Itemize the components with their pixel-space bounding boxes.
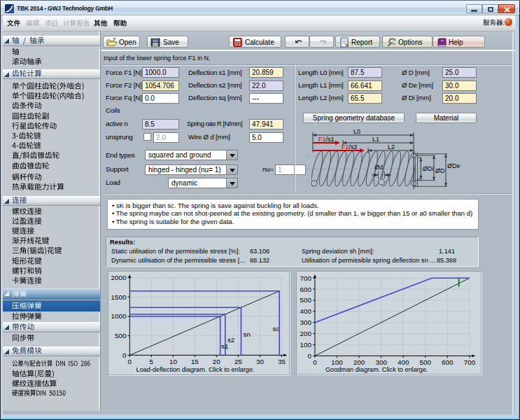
svg-text:400: 400 bbox=[300, 307, 312, 315]
svg-text:Load-deflection diagram. Click: Load-deflection diagram. Click to enlarg… bbox=[136, 366, 255, 373]
svg-text:600: 600 bbox=[442, 358, 454, 366]
svg-text:25: 25 bbox=[234, 358, 242, 365]
svg-text:500: 500 bbox=[115, 332, 127, 340]
svg-text:0: 0 bbox=[128, 358, 132, 365]
svg-text:s2: s2 bbox=[227, 336, 234, 344]
svg-text:30: 30 bbox=[256, 358, 264, 365]
svg-text:15: 15 bbox=[191, 358, 199, 365]
svg-text:100: 100 bbox=[300, 341, 312, 349]
svg-text:35: 35 bbox=[278, 358, 286, 365]
svg-text:300: 300 bbox=[375, 358, 387, 366]
svg-text:200: 200 bbox=[353, 358, 365, 366]
svg-text:5: 5 bbox=[150, 358, 154, 365]
svg-text:Goodman diagram. Click to enla: Goodman diagram. Click to enlarge. bbox=[325, 366, 428, 373]
svg-text:Ød: Ød bbox=[374, 164, 383, 171]
svg-text:20: 20 bbox=[213, 358, 220, 365]
svg-text:0: 0 bbox=[313, 358, 317, 366]
svg-text:2000: 2000 bbox=[111, 274, 126, 281]
svg-text:L0: L0 bbox=[353, 128, 360, 135]
svg-text:F2/s2: F2/s2 bbox=[342, 144, 358, 150]
svg-text:ØD: ØD bbox=[435, 167, 445, 174]
svg-text:500: 500 bbox=[420, 358, 432, 366]
svg-text:s1: s1 bbox=[221, 342, 228, 350]
svg-text:700: 700 bbox=[300, 274, 312, 282]
svg-text:sc: sc bbox=[273, 325, 280, 332]
svg-text:ØDe: ØDe bbox=[447, 162, 461, 169]
svg-text:200: 200 bbox=[300, 330, 312, 337]
svg-text:300: 300 bbox=[300, 318, 312, 326]
svg-text:500: 500 bbox=[300, 296, 312, 304]
svg-text:sn: sn bbox=[244, 330, 251, 338]
svg-text:L2: L2 bbox=[388, 144, 395, 150]
svg-text:10: 10 bbox=[169, 358, 177, 365]
svg-text:0: 0 bbox=[122, 351, 127, 359]
svg-text:L1: L1 bbox=[372, 136, 379, 143]
svg-text:0: 0 bbox=[308, 352, 312, 360]
svg-text:1500: 1500 bbox=[111, 293, 126, 301]
svg-text:600: 600 bbox=[300, 286, 312, 293]
svg-text:ØDi: ØDi bbox=[423, 165, 434, 172]
svg-text:400: 400 bbox=[398, 358, 409, 366]
svg-text:700: 700 bbox=[464, 358, 476, 366]
svg-text:F1/s1: F1/s1 bbox=[318, 136, 335, 143]
svg-text:100: 100 bbox=[331, 358, 343, 366]
svg-text:1000: 1000 bbox=[111, 312, 126, 320]
